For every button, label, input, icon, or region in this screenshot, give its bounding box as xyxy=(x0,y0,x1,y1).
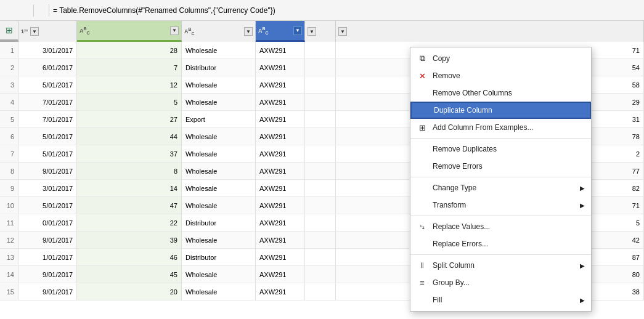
col-wareh-type-icon: ABC xyxy=(258,26,269,35)
cell-wareh: AXW291 xyxy=(256,111,305,127)
col-custidx-type-icon: ABC xyxy=(79,26,90,35)
formula-input[interactable] xyxy=(53,6,640,15)
cell-channel: Wholesale xyxy=(182,180,256,196)
cell-custidx: 39 xyxy=(77,232,182,248)
menu-item-split-column[interactable]: ⫴Split Column▶ xyxy=(410,257,591,274)
menu-item-remove-errors[interactable]: Remove Errors xyxy=(410,158,591,175)
menu-label-duplicate-column: Duplicate Column xyxy=(434,106,584,115)
cell-channel: Wholesale xyxy=(182,76,256,93)
menu-item-group-by[interactable]: ≡Group By... xyxy=(410,274,591,291)
menu-label-remove-errors: Remove Errors xyxy=(433,162,585,171)
cell-wareh: AXW291 xyxy=(256,42,305,59)
cell-date: 9/01/2017 xyxy=(18,163,77,179)
cell-wareh: AXW291 xyxy=(256,59,305,76)
col-header-extra2[interactable]: ▼ xyxy=(336,21,644,42)
grid-header: ⊞ 1²³ ▼ ABC ▼ ABC ▼ ABC ▼ ▼ ▼ xyxy=(0,21,644,42)
row-num: 13 xyxy=(0,249,18,265)
col-header-wareh[interactable]: ABC ▼ xyxy=(256,21,305,42)
cell-wareh: AXW291 xyxy=(256,232,305,248)
cell-wareh: AXW291 xyxy=(256,214,305,231)
col-date-dropdown[interactable]: ▼ xyxy=(30,27,39,36)
col-channel-dropdown[interactable]: ▼ xyxy=(244,27,253,36)
menu-label-split-column: Split Column xyxy=(433,261,575,270)
menu-item-replace-errors[interactable]: Replace Errors... xyxy=(410,235,591,252)
cell-custidx: 46 xyxy=(77,249,182,265)
cell-date: 3/01/2017 xyxy=(18,180,77,196)
col-custidx-dropdown[interactable]: ▼ xyxy=(170,26,179,35)
cell-wareh: AXW291 xyxy=(256,94,305,110)
cell-channel: Wholesale xyxy=(182,145,256,162)
col-header-channel[interactable]: ABC ▼ xyxy=(182,21,256,42)
submenu-arrow: ▶ xyxy=(580,202,585,209)
col-wareh-dropdown[interactable]: ▼ xyxy=(293,26,302,35)
table-icon: ⊞ xyxy=(6,25,13,35)
cell-extra1 xyxy=(305,249,336,265)
divider2 xyxy=(49,4,49,17)
menu-label-remove: Remove xyxy=(433,71,585,80)
add-col-icon: ⊞ xyxy=(417,123,428,132)
col-header-custidx[interactable]: ABC ▼ xyxy=(77,21,182,42)
cell-wareh: AXW291 xyxy=(256,145,305,162)
row-num: 2 xyxy=(0,59,18,76)
cell-date: 5/01/2017 xyxy=(18,128,77,145)
row-num: 4 xyxy=(0,94,18,110)
row-num: 11 xyxy=(0,214,18,231)
menu-item-add-col-examples[interactable]: ⊞Add Column From Examples... xyxy=(410,119,591,136)
cell-wareh: AXW291 xyxy=(256,180,305,196)
col-extra1-dropdown[interactable]: ▼ xyxy=(308,27,316,36)
menu-label-add-col-examples: Add Column From Examples... xyxy=(433,123,585,132)
replace-vals-icon: ¹₂ xyxy=(417,224,428,230)
submenu-arrow: ▶ xyxy=(580,185,585,192)
cell-wareh: AXW291 xyxy=(256,128,305,145)
cell-date: 5/01/2017 xyxy=(18,197,77,214)
cell-channel: Distributor xyxy=(182,59,256,76)
cell-extra1 xyxy=(305,111,336,127)
row-num: 9 xyxy=(0,180,18,196)
cell-wareh: AXW291 xyxy=(256,163,305,179)
menu-item-change-type[interactable]: Change Type▶ xyxy=(410,179,591,196)
menu-label-transform: Transform xyxy=(433,201,575,209)
menu-item-remove-duplicates[interactable]: Remove Duplicates xyxy=(410,140,591,158)
cell-extra1 xyxy=(305,94,336,110)
row-num: 1 xyxy=(0,42,18,59)
cell-date: 7/01/2017 xyxy=(18,94,77,110)
menu-label-remove-duplicates: Remove Duplicates xyxy=(433,145,585,153)
row-num: 10 xyxy=(0,197,18,214)
menu-label-fill: Fill xyxy=(433,296,575,304)
cell-wareh: AXW291 xyxy=(256,197,305,214)
cell-extra1 xyxy=(305,232,336,248)
cell-wareh: AXW291 xyxy=(256,266,305,283)
cell-custidx: 7 xyxy=(77,59,182,76)
menu-item-transform[interactable]: Transform▶ xyxy=(410,196,591,214)
submenu-arrow: ▶ xyxy=(580,297,585,304)
row-num: 14 xyxy=(0,266,18,283)
menu-separator xyxy=(410,177,591,177)
menu-item-duplicate-column[interactable]: Duplicate Column xyxy=(410,102,591,119)
menu-label-replace-errors: Replace Errors... xyxy=(433,240,585,248)
menu-item-remove-other[interactable]: Remove Other Columns xyxy=(410,84,591,102)
menu-item-copy[interactable]: ⧉Copy xyxy=(410,50,591,67)
copy-icon: ⧉ xyxy=(417,54,428,63)
cell-date: 6/01/2017 xyxy=(18,59,77,76)
col-header-date[interactable]: 1²³ ▼ xyxy=(18,21,77,42)
cell-custidx: 12 xyxy=(77,76,182,93)
cell-date: 1/01/2017 xyxy=(18,249,77,265)
row-num: 8 xyxy=(0,163,18,179)
row-num: 15 xyxy=(0,283,18,300)
col-date-type-icon: 1²³ xyxy=(21,28,28,34)
menu-item-replace-values[interactable]: ¹₂Replace Values... xyxy=(410,218,591,235)
remove-icon: ✕ xyxy=(417,71,428,81)
cell-channel: Wholesale xyxy=(182,283,256,300)
col-header-extra1[interactable]: ▼ xyxy=(305,21,336,42)
row-num: 6 xyxy=(0,128,18,145)
menu-item-fill[interactable]: Fill▶ xyxy=(410,291,591,309)
table-container: ⊞ 1²³ ▼ ABC ▼ ABC ▼ ABC ▼ ▼ ▼ xyxy=(0,21,644,319)
cell-channel: Wholesale xyxy=(182,94,256,110)
menu-item-remove[interactable]: ✕Remove xyxy=(410,67,591,84)
cell-channel: Distributor xyxy=(182,214,256,231)
cell-custidx: 14 xyxy=(77,180,182,196)
col-extra2-dropdown[interactable]: ▼ xyxy=(338,27,347,36)
row-num: 7 xyxy=(0,145,18,162)
cell-custidx: 8 xyxy=(77,163,182,179)
table-icon-cell[interactable]: ⊞ xyxy=(0,21,18,41)
